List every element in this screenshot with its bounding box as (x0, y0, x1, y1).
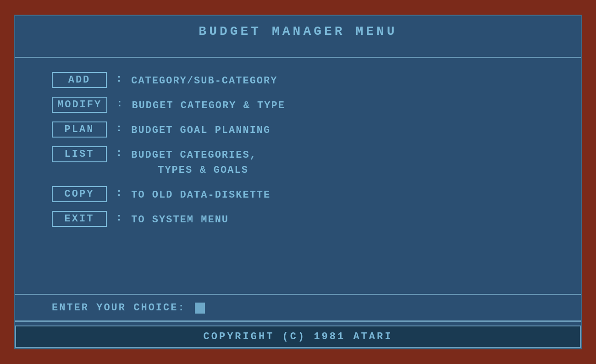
menu-row-modify[interactable]: MODIFY : BUDGET CATEGORY & TYPE (52, 97, 544, 113)
plan-key[interactable]: PLAN (52, 121, 107, 138)
title-area: BUDGET MANAGER MENU (15, 16, 581, 43)
copy-colon: : (116, 188, 122, 199)
plan-description: BUDGET GOAL PLANNING (131, 123, 270, 138)
menu-row-list[interactable]: LIST : BUDGET CATEGORIES, TYPES & GOALS (52, 146, 544, 178)
modify-description: BUDGET CATEGORY & TYPE (132, 98, 285, 113)
list-description: BUDGET CATEGORIES, TYPES & GOALS (131, 148, 257, 178)
menu-row-exit[interactable]: EXIT : TO SYSTEM MENU (52, 211, 544, 227)
list-description-line2: TYPES & GOALS (131, 163, 257, 178)
copy-key[interactable]: COPY (52, 186, 107, 202)
cursor-block[interactable] (195, 303, 205, 314)
exit-colon: : (116, 212, 122, 224)
copyright-bar: COPYRIGHT (C) 1981 ATARI (15, 325, 581, 348)
modify-colon: : (116, 98, 122, 110)
menu-area: ADD : CATEGORY/SUB-CATEGORY MODIFY : BUD… (15, 58, 581, 294)
list-description-line1: BUDGET CATEGORIES, (131, 148, 257, 163)
modify-key[interactable]: MODIFY (52, 97, 107, 113)
enter-area: ENTER YOUR CHOICE: (15, 295, 581, 320)
exit-key[interactable]: EXIT (52, 211, 107, 227)
enter-label: ENTER YOUR CHOICE: (52, 302, 186, 314)
plan-colon: : (116, 123, 122, 134)
menu-row-plan[interactable]: PLAN : BUDGET GOAL PLANNING (52, 121, 544, 138)
copy-description: TO OLD DATA-DISKETTE (131, 188, 270, 203)
add-colon: : (116, 73, 122, 85)
bottom-separator (15, 320, 581, 322)
copyright-text: COPYRIGHT (C) 1981 ATARI (204, 331, 393, 342)
add-description: CATEGORY/SUB-CATEGORY (131, 73, 277, 88)
page-title: BUDGET MANAGER MENU (199, 24, 397, 39)
menu-row-add[interactable]: ADD : CATEGORY/SUB-CATEGORY (52, 72, 544, 88)
main-screen: BUDGET MANAGER MENU ADD : CATEGORY/SUB-C… (14, 15, 582, 349)
add-key[interactable]: ADD (52, 72, 107, 88)
menu-row-copy[interactable]: COPY : TO OLD DATA-DISKETTE (52, 186, 544, 203)
exit-description: TO SYSTEM MENU (131, 212, 229, 227)
list-colon: : (116, 148, 122, 159)
list-key[interactable]: LIST (52, 146, 107, 162)
